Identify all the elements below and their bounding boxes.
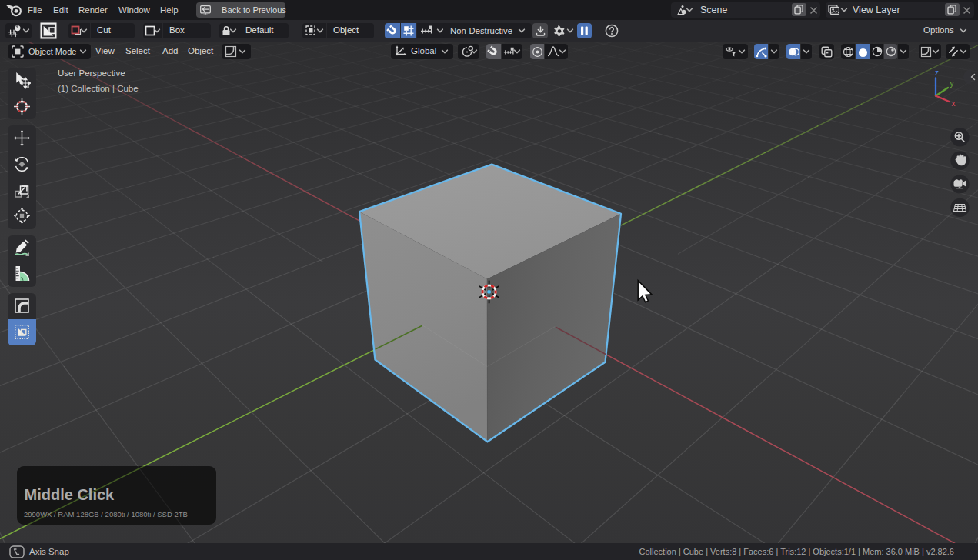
svg-text:x: x [952,99,956,108]
svg-text:z: z [935,68,939,77]
svg-text:2990WX / RAM 128GB / 2080ti /: 2990WX / RAM 128GB / 2080ti / 1080ti / S… [24,510,188,518]
svg-text:User Perspective: User Perspective [58,68,125,78]
svg-text:(1) Collection | Cube: (1) Collection | Cube [58,84,139,93]
svg-text:Middle Click: Middle Click [25,486,115,503]
svg-text:y: y [950,79,954,88]
